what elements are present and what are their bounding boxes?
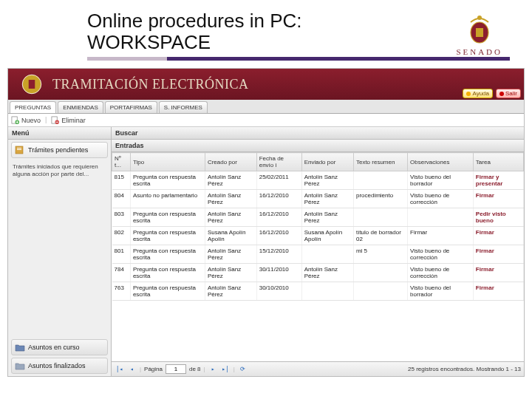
app-window: TRAMITACIÓN ELECTRÓNICA Ayuda Salir PREG… [7, 68, 525, 377]
col-num[interactable]: Nº t... [112, 153, 131, 171]
help-icon [466, 92, 471, 96]
pager-page-label: Página [144, 366, 163, 372]
action-link[interactable]: Firmar [473, 245, 523, 264]
svg-point-1 [477, 16, 482, 20]
pager-last[interactable]: ▸| [221, 364, 231, 374]
tab-sinformes[interactable]: S. INFORMES [159, 101, 208, 113]
table-row[interactable]: 784Pregunta con respuesta escritaAntolín… [112, 264, 524, 282]
slide-title: Online procedures in PC: WORKSPACE [87, 10, 517, 52]
pager-status: 25 registros encontrados. Mostrando 1 - … [408, 366, 521, 372]
action-link[interactable]: Firmar y presentar [473, 171, 523, 190]
main-panel: Buscar Entradas Nº t... Tipo Creado por … [112, 127, 524, 376]
svg-rect-4 [29, 80, 35, 89]
sidebar: Menú Trámites pendientes Trámites inicia… [8, 127, 112, 376]
folder-closed-icon [15, 361, 25, 371]
toolbar: Nuevo | Eliminar [8, 114, 524, 127]
senado-logo-text: SENADO [456, 47, 502, 56]
new-icon [11, 116, 19, 124]
pager-next[interactable]: ▸ [208, 364, 218, 374]
tab-preguntas[interactable]: PREGUNTAS [10, 101, 56, 113]
pager-page-of: de 8 [189, 366, 201, 372]
exit-button[interactable]: Salir [496, 89, 521, 98]
app-title: TRAMITACIÓN ELECTRÓNICA [52, 77, 249, 92]
col-fecha[interactable]: Fecha de envío i [256, 153, 301, 171]
action-link[interactable]: Firmar [473, 264, 523, 282]
sidebar-item-asuntos-finalizados[interactable]: Asuntos finalizados [11, 358, 108, 374]
svg-rect-11 [17, 149, 21, 150]
col-tarea[interactable]: Tarea [473, 153, 523, 171]
table-row[interactable]: 804Asunto no parlamentarioAntolín Sanz P… [112, 190, 524, 208]
slide-title-line2: WORKSPACE [87, 31, 211, 53]
delete-button[interactable]: Eliminar [51, 116, 86, 124]
exit-icon [499, 92, 504, 96]
data-grid[interactable]: Nº t... Tipo Creado por Fecha de envío i… [112, 152, 524, 361]
tab-enmiendas[interactable]: ENMIENDAS [58, 101, 103, 113]
col-obs[interactable]: Observaciones [408, 153, 474, 171]
col-creado[interactable]: Creado por [205, 153, 256, 171]
table-row[interactable]: 803Pregunta con respuesta escritaAntolín… [112, 208, 524, 227]
table-row[interactable]: 815Pregunta con respuesta escritaAntolín… [112, 171, 524, 190]
app-header: TRAMITACIÓN ELECTRÓNICA Ayuda Salir [8, 69, 524, 100]
action-link[interactable]: Firmar [473, 282, 523, 301]
sidebar-desc: Trámites iniciados que requieren alguna … [8, 160, 111, 180]
action-link[interactable]: Firmar [473, 227, 523, 245]
sidebar-head: Menú [8, 127, 111, 140]
tab-portafirmas[interactable]: PORTAFIRMAS [105, 101, 157, 113]
pager-refresh[interactable]: ⟳ [238, 364, 248, 374]
col-texto[interactable]: Texto resumen [353, 153, 407, 171]
sidebar-item-tramites-pendientes[interactable]: Trámites pendientes [11, 142, 108, 158]
pager: |◂ ◂ | Página de 8 | ▸ ▸| | ⟳ 25 registr… [112, 361, 524, 376]
tab-strip: PREGUNTAS ENMIENDAS PORTAFIRMAS S. INFOR… [8, 100, 524, 114]
panel-entradas: Entradas [112, 140, 524, 152]
table-row[interactable]: 801Pregunta con respuesta escritaAntolín… [112, 245, 524, 264]
delete-icon [51, 116, 59, 124]
divider-bar [87, 57, 510, 61]
table-row[interactable]: 802Pregunta con respuesta escritaSusana … [112, 227, 524, 245]
pager-first[interactable]: |◂ [115, 364, 124, 374]
new-button[interactable]: Nuevo [11, 116, 41, 124]
pager-prev[interactable]: ◂ [127, 364, 137, 374]
slide-title-line1: Online procedures in PC: [87, 10, 301, 32]
col-tipo[interactable]: Tipo [130, 153, 205, 171]
action-link[interactable]: Firmar [473, 190, 523, 208]
help-button[interactable]: Ayuda [463, 89, 493, 98]
col-enviado[interactable]: Enviado por [301, 153, 353, 171]
app-crest-icon [19, 72, 44, 97]
table-row[interactable]: 763Pregunta con respuesta escritaAntolín… [112, 282, 524, 301]
table-header-row: Nº t... Tipo Creado por Fecha de envío i… [112, 153, 524, 171]
crest-icon [465, 12, 494, 46]
svg-rect-2 [476, 28, 483, 37]
action-link[interactable]: Pedir visto bueno [473, 208, 523, 227]
pager-page-input[interactable] [166, 364, 186, 374]
senado-logo: SENADO [456, 12, 502, 56]
svg-rect-10 [17, 148, 21, 149]
pending-icon [15, 145, 25, 155]
panel-buscar[interactable]: Buscar [112, 127, 524, 140]
sidebar-item-asuntos-curso[interactable]: Asuntos en curso [11, 339, 108, 355]
folder-icon [15, 342, 25, 352]
